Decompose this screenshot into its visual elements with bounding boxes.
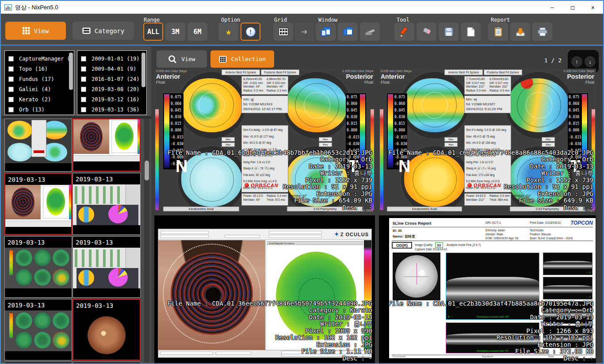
image-panel-orbscan-2[interactable]: 0.005 mm Color Steps Anterior Float 0.00… [379, 69, 596, 212]
color-scale-strip [364, 240, 371, 351]
checkbox[interactable] [8, 66, 14, 72]
thumbnail-scrollbar[interactable] [144, 119, 149, 362]
tab-view[interactable]: View [157, 50, 207, 68]
category-list-scrollbar[interactable] [69, 53, 73, 90]
toolbar: View Category Range ALL 3M 6M Option ★ !… [1, 14, 603, 46]
range-all-button[interactable]: ALL [143, 23, 163, 41]
window-single-icon [321, 27, 331, 36]
image-panel-oct-report[interactable]: 5Line Cross Report DRI OCT-1 Print Date:… [379, 215, 596, 363]
date-list-item[interactable]: 2016-01-07 (24) [77, 74, 146, 84]
category-list-item[interactable]: Topo (16) [5, 64, 74, 74]
thumbnail-eye-topo[interactable] [73, 119, 141, 172]
bfs-value: Diff: -0.001 mm [242, 81, 264, 85]
date-list-item[interactable]: 2019-03-08 (20) [77, 84, 146, 94]
bfs-value: Radius: 0.9 mm [488, 89, 511, 93]
max-box: Max [444, 142, 458, 147]
category-label: Galiei (4) [19, 86, 51, 92]
thumbnail-galilei[interactable]: 2019-03-13 [73, 236, 141, 298]
category-list-item[interactable]: Kerato (2) [5, 94, 74, 104]
minimize-button[interactable]: – [542, 1, 562, 14]
category-button[interactable]: Category [73, 22, 134, 40]
measure-line: Meridian: 312° [465, 198, 487, 202]
date-list-item[interactable]: 2009-04-01 (9) [77, 64, 146, 74]
pencil-tool-button[interactable] [394, 23, 414, 41]
page-down-button[interactable]: ↓ [585, 56, 596, 67]
new-document-button[interactable] [461, 23, 481, 41]
eraser-tool-button[interactable] [417, 23, 436, 41]
report-export-button[interactable] [510, 23, 530, 41]
checkbox[interactable] [8, 56, 14, 61]
measure-line: Meridian: 49° [242, 198, 264, 202]
patient-id: ID: 30 [393, 229, 401, 233]
category-list-item[interactable]: Fundus (17) [5, 74, 74, 84]
date-list-item[interactable]: 2019-03-12 (16) [77, 94, 146, 104]
grid-next-button[interactable]: ➔ [294, 23, 314, 41]
image-panel-oculus[interactable]: ✦Z OCULUS Axial/Sagittal Curvature [154, 215, 375, 363]
checkbox[interactable] [81, 56, 86, 61]
thumbnail-quad-maps[interactable]: 2019-03-13 [4, 299, 72, 360]
thumbnail-eye-topo[interactable]: 2019-03-13 [4, 173, 72, 235]
grid-layout-button[interactable] [273, 23, 293, 41]
bfs-value: Radius: 0.3 mm [265, 89, 288, 93]
info-option-button[interactable]: ! [241, 23, 260, 41]
scan-mark: ← 2 [586, 295, 591, 298]
thumbnail-quad-maps[interactable]: 2019-03-13 [4, 236, 72, 298]
scrollbar-thumb[interactable] [145, 161, 149, 180]
range-3m-button[interactable]: 3M [165, 23, 185, 41]
device-label: DRI OCT-1 [485, 221, 501, 224]
print-date-label: Print Date: 2018/04/10 [530, 221, 561, 224]
image-panel-orbscan-1[interactable]: 0.005 mm Color Steps Anterior Float 0.00… [154, 69, 375, 212]
max-box: Max [222, 142, 235, 147]
bfs-value: 6.29mm/53.6D [488, 77, 511, 81]
topo-map [401, 72, 468, 138]
checkbox[interactable] [8, 87, 14, 92]
checkbox[interactable] [81, 66, 86, 72]
category-list-item[interactable]: Orb (13) [5, 104, 74, 115]
print-button[interactable] [532, 23, 552, 41]
scanner-button[interactable] [360, 23, 380, 41]
close-button[interactable]: ✕ [583, 1, 603, 14]
thumbnail-partial[interactable] [4, 362, 72, 364]
favorite-button[interactable]: ★ [218, 23, 238, 41]
window-cascade-button[interactable] [338, 23, 358, 41]
thumbnail-partial[interactable] [73, 362, 141, 364]
view-button[interactable]: View [5, 22, 66, 40]
date-list-item[interactable]: 2009-01-01 (19) [77, 54, 146, 64]
window-single-button[interactable] [316, 23, 336, 41]
document-icon [467, 27, 475, 37]
thumbnail-fundus[interactable]: 2019-03-13 [73, 299, 141, 360]
date-list-scrollbar[interactable] [141, 53, 145, 87]
checkbox[interactable] [8, 97, 14, 102]
patient-line: 05/24/2011 12:42:17 PM [242, 107, 288, 111]
date-list-item[interactable]: 2019-03-13 (36) [77, 104, 146, 115]
thumbnail-galilei[interactable]: 2019-03-13 [73, 173, 141, 235]
category-label: Kerato (2) [19, 96, 51, 103]
category-list-item[interactable]: CaptureManager (7 [5, 54, 74, 64]
checkbox[interactable] [81, 87, 86, 92]
oculus-header: ✦Z OCULUS [158, 229, 371, 240]
range-6m-button[interactable]: 6M [187, 23, 207, 41]
checkbox[interactable] [81, 107, 86, 112]
report-button[interactable] [488, 23, 508, 41]
maximize-button[interactable]: □ [562, 1, 583, 14]
bfs-value: Diff: 0.003 mm [265, 81, 288, 85]
checkbox[interactable] [8, 77, 14, 82]
scan-mark: 8 → [448, 315, 453, 318]
checkbox[interactable] [81, 97, 86, 102]
category-list-item[interactable]: Galiei (4) [5, 84, 74, 94]
patient-info-box: kim, wjN1 Y2388 M1192705/24/2011 5:11:20… [464, 96, 511, 113]
tab-collection[interactable]: Collection [210, 50, 274, 68]
checkbox[interactable] [8, 107, 14, 112]
max-box: Max [444, 137, 458, 142]
save-tool-button[interactable] [439, 23, 459, 41]
checkbox[interactable] [81, 77, 86, 82]
bfs-anterior-header: Anterior Best Fit Sphere [222, 69, 260, 75]
scale-value: 0.015 [171, 120, 183, 127]
main-area: View Collection 1 / 2 ↑ ↓ 0.005 mm Color… [151, 46, 602, 362]
thumbnail-orbscan[interactable] [4, 119, 72, 172]
page-up-button[interactable]: ↑ [571, 56, 582, 67]
category-label: CaptureManager (7 [19, 56, 73, 62]
topo-map [283, 72, 351, 138]
stat-line: Mean Pwr: 45.2 ±1.0 D [465, 153, 511, 159]
thumbnail-date: 2019-03-13 [5, 237, 72, 248]
